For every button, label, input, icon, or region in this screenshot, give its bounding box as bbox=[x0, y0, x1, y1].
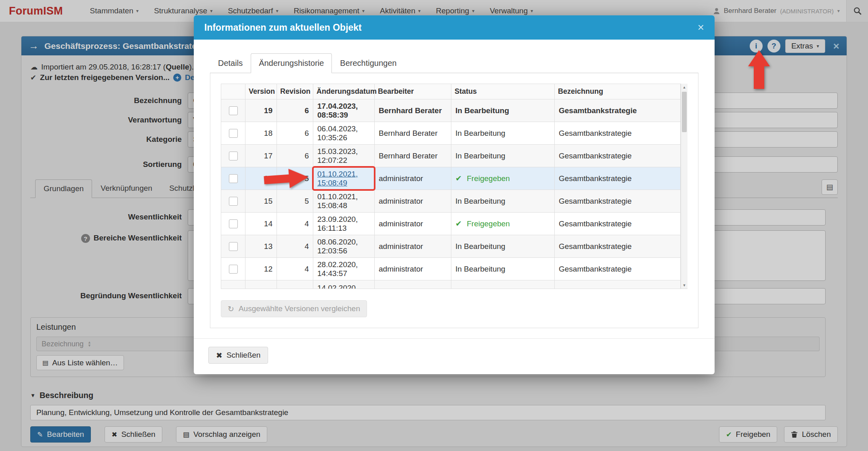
row-checkbox[interactable] bbox=[229, 106, 238, 115]
version-date-link[interactable]: 01.10.2021, 15:08:49 bbox=[317, 170, 358, 187]
history-table-container: Version Revision Änderungsdatum Bearbeit… bbox=[221, 84, 688, 289]
row-checkbox[interactable] bbox=[229, 242, 238, 251]
modal-tab-aenderungshistorie[interactable]: Änderungshistorie bbox=[251, 53, 332, 73]
scroll-up-icon[interactable]: ▲ bbox=[681, 84, 688, 91]
scroll-down-icon[interactable]: ▼ bbox=[681, 282, 688, 289]
modal-close-icon[interactable]: × bbox=[698, 22, 704, 33]
table-row: 17 6 15.03.2023, 12:07:22 Bernhard Berat… bbox=[221, 145, 681, 167]
history-tab-panel: Version Revision Änderungsdatum Bearbeit… bbox=[210, 73, 698, 328]
approved-check-icon: ✔ bbox=[455, 219, 462, 228]
history-table: Version Revision Änderungsdatum Bearbeit… bbox=[221, 84, 681, 289]
row-checkbox[interactable] bbox=[229, 265, 238, 274]
table-row: 19 6 17.04.2023, 08:58:39 Bernhard Berat… bbox=[221, 99, 681, 122]
modal-schliessen-button[interactable]: ✖ Schließen bbox=[208, 347, 268, 364]
close-icon: ✖ bbox=[216, 351, 222, 360]
modal-title: Informationen zum aktuellen Objekt bbox=[204, 22, 362, 33]
row-checkbox[interactable] bbox=[229, 219, 238, 228]
table-row: 15 5 01.10.2021, 15:08:48 administrator … bbox=[221, 190, 681, 213]
row-checkbox[interactable] bbox=[229, 197, 238, 206]
modal-footer: ✖ Schließen bbox=[194, 338, 715, 374]
table-row: 13 4 08.06.2020, 12:03:56 administrator … bbox=[221, 235, 681, 258]
scrollbar-thumb[interactable] bbox=[682, 92, 687, 132]
header-bezeichnung: Bezeichnung bbox=[555, 84, 681, 99]
header-status: Status bbox=[451, 84, 555, 99]
approved-check-icon: ✔ bbox=[455, 174, 462, 183]
table-row-partial: 14.02.2020, bbox=[221, 280, 681, 289]
modal-body: Details Änderungshistorie Berechtigungen… bbox=[194, 40, 715, 328]
table-header-row: Version Revision Änderungsdatum Bearbeit… bbox=[221, 84, 681, 99]
modal-tab-berechtigungen[interactable]: Berechtigungen bbox=[332, 53, 405, 73]
table-row-selected: 16 5 01.10.2021, 15:08:49 administrator bbox=[221, 167, 681, 190]
modal-tab-details[interactable]: Details bbox=[210, 53, 251, 73]
header-revision: Revision bbox=[277, 84, 313, 99]
row-checkbox[interactable] bbox=[229, 129, 238, 138]
object-info-modal: Informationen zum aktuellen Objekt × Det… bbox=[194, 15, 715, 374]
refresh-icon: ↻ bbox=[228, 304, 234, 314]
table-row: 12 4 28.02.2020, 14:43:57 administrator … bbox=[221, 258, 681, 280]
row-checkbox[interactable] bbox=[229, 174, 238, 183]
row-checkbox[interactable] bbox=[229, 152, 238, 160]
header-aenderungsdatum: Änderungsdatum bbox=[313, 84, 375, 99]
header-bearbeiter: Bearbeiter bbox=[375, 84, 451, 99]
vertical-scrollbar[interactable]: ▲ ▼ bbox=[681, 84, 688, 289]
modal-header: Informationen zum aktuellen Objekt × bbox=[194, 15, 715, 40]
header-version: Version bbox=[245, 84, 277, 99]
table-row: 14 4 23.09.2020, 16:11:13 administrator … bbox=[221, 213, 681, 235]
compare-versions-button[interactable]: ↻ Ausgewählte Versionen vergleichen bbox=[221, 300, 367, 317]
modal-tabs: Details Änderungshistorie Berechtigungen bbox=[210, 53, 698, 73]
table-row: 18 6 06.04.2023, 10:35:26 Bernhard Berat… bbox=[221, 122, 681, 145]
header-checkbox-col bbox=[221, 84, 245, 99]
